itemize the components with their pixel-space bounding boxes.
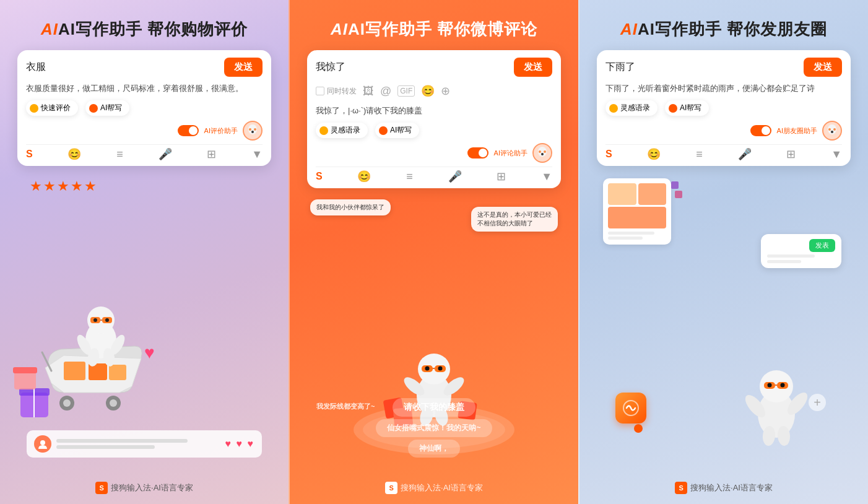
ai-toggle-2[interactable]: AI评论助手 xyxy=(467,147,527,159)
ai-write-btn-2[interactable]: AI帮写 xyxy=(375,123,419,138)
scene-svg-1: ♥ xyxy=(11,290,184,451)
mic-key-3[interactable]: 🎤 xyxy=(738,147,752,161)
quick-review-btn[interactable]: 快速评价 xyxy=(26,100,78,116)
hearts-1: ♥ ♥ ♥ xyxy=(225,438,254,450)
panel-weibo: AIAI写作助手 帮你微博评论 我惊了 发送 同时转发 🖼 @ GIF 😊 ⊕ … xyxy=(289,0,578,504)
svg-point-2 xyxy=(254,128,256,131)
send-button-2[interactable]: 发送 xyxy=(514,58,552,77)
ai-label-1: AI xyxy=(41,20,58,38)
down-key-1[interactable]: ▼ xyxy=(251,148,263,161)
mic-key-1[interactable]: 🎤 xyxy=(158,147,172,161)
mascot-avatar-2 xyxy=(532,143,552,163)
checkbox-1[interactable] xyxy=(316,87,324,95)
emoji-key-1[interactable]: 😊 xyxy=(67,147,81,161)
toggle-oval-3[interactable] xyxy=(750,125,771,136)
grid-key-2[interactable]: ⊞ xyxy=(497,170,506,183)
svg-rect-13 xyxy=(64,362,85,380)
chat-bubble-left: 我和我的小伙伴都惊呆了 xyxy=(310,199,391,215)
ai-write-icon-3 xyxy=(669,104,677,113)
app-icon-3 xyxy=(615,393,646,424)
input-card-3: 下雨了 发送 下雨了，光听着窗外时紧时疏的雨声，便满心都会贮足了诗 灵感语录 A… xyxy=(597,50,851,166)
input-value-3[interactable]: 下雨了 xyxy=(605,61,804,74)
svg-point-30 xyxy=(539,150,541,153)
input-card-1: 衣服 发送 衣服质量很好，做工精细，尺码标准，穿着很舒服，很满意。 快速评价 A… xyxy=(17,50,271,166)
ribbon-3: 神仙啊， xyxy=(408,440,460,458)
ai-write-btn-1[interactable]: AI帮写 xyxy=(85,100,129,116)
inspiration-btn-2[interactable]: 灵感语录 xyxy=(316,123,368,138)
footer-3: S 搜狗输入法·AI语言专家 xyxy=(579,482,868,494)
ai-write-btn-3[interactable]: AI帮写 xyxy=(665,100,709,116)
svg-point-43 xyxy=(425,367,430,371)
down-key-3[interactable]: ▼ xyxy=(831,148,842,161)
menu-key-1[interactable]: ≡ xyxy=(116,148,123,161)
grid-key-3[interactable]: ⊞ xyxy=(786,147,796,161)
stars-1: ★★★★★ xyxy=(30,178,98,194)
content-text-3: 下雨了，光听着窗外时紧时疏的雨声，便满心都会贮足了诗 xyxy=(605,82,842,95)
repost-checkbox[interactable]: 同时转发 xyxy=(316,86,357,97)
review-lines xyxy=(56,439,220,449)
svg-point-59 xyxy=(768,383,772,388)
grid-key-1[interactable]: ⊞ xyxy=(207,147,216,161)
mascot-avatar-3 xyxy=(822,121,842,141)
toggle-row-1: AI评价助手 xyxy=(26,121,263,141)
post-card-3: 发表 xyxy=(761,234,841,268)
keyboard-row-1: S 😊 ≡ 🎤 ⊞ ▼ xyxy=(26,144,263,161)
emoji-icon-2[interactable]: 😊 xyxy=(421,84,435,98)
svg-point-10 xyxy=(63,399,71,407)
plus-icon[interactable]: ⊕ xyxy=(441,84,450,98)
mic-key-2[interactable]: 🎤 xyxy=(448,170,462,183)
toggle-row-2: AI评论助手 xyxy=(316,143,552,163)
menu-key-2[interactable]: ≡ xyxy=(406,170,413,183)
panel-2-title: AIAI写作助手 帮你微博评论 xyxy=(331,20,537,39)
input-value-1[interactable]: 衣服 xyxy=(26,61,224,74)
footer-2: S 搜狗输入法·AI语言专家 xyxy=(290,482,578,494)
feature-buttons-1: 快速评价 AI帮写 xyxy=(26,100,263,116)
orange-dot-deco xyxy=(634,424,643,433)
svg-point-28 xyxy=(40,440,45,445)
mascot-area-3: 发表 + xyxy=(597,172,851,492)
inspiration-btn-3[interactable]: 灵感语录 xyxy=(605,100,658,116)
sogou-logo-3: S xyxy=(675,482,687,494)
sogou-key-3: S xyxy=(605,149,612,160)
svg-point-1 xyxy=(249,128,251,131)
input-card-2: 我惊了 发送 同时转发 🖼 @ GIF 😊 ⊕ 我惊了，|·ω·`)请收下我的膝… xyxy=(307,50,561,188)
weibo-icons-row: 同时转发 🖼 @ GIF 😊 ⊕ xyxy=(316,82,552,100)
send-button-3[interactable]: 发送 xyxy=(804,58,842,77)
svg-point-3 xyxy=(251,131,254,133)
image-icon[interactable]: 🖼 xyxy=(363,85,374,98)
inspiration-icon-3 xyxy=(609,104,618,113)
emoji-key-2[interactable]: 😊 xyxy=(357,170,371,183)
ai-write-icon-2 xyxy=(379,126,388,135)
send-button-1[interactable]: 发送 xyxy=(224,58,263,77)
footer-1: S 搜狗输入法·AI语言专家 xyxy=(0,482,289,494)
down-key-2[interactable]: ▼ xyxy=(541,170,552,183)
svg-text:♥: ♥ xyxy=(144,343,155,362)
svg-rect-15 xyxy=(109,365,126,380)
content-text-2: 我惊了，|·ω·`)请收下我的膝盖 xyxy=(316,104,552,118)
chat-bubble-right: 这不是真的，本小可爱已经不相信我的大眼睛了 xyxy=(471,207,558,232)
ai-toggle-1[interactable]: AI评价助手 xyxy=(178,125,238,136)
feature-buttons-3: 灵感语录 AI帮写 xyxy=(605,100,842,116)
input-value-2[interactable]: 我惊了 xyxy=(316,61,514,74)
inspiration-icon xyxy=(319,126,328,135)
panel-1-title: AIAI写作助手 帮你购物评价 xyxy=(41,20,248,39)
keyboard-row-2: S 😊 ≡ 🎤 ⊞ ▼ xyxy=(316,167,552,183)
gif-icon[interactable]: GIF xyxy=(397,85,415,97)
menu-key-3[interactable]: ≡ xyxy=(696,148,703,161)
toggle-oval-2[interactable] xyxy=(467,147,488,159)
ai-toggle-3[interactable]: AI朋友圈助手 xyxy=(750,125,817,136)
at-icon[interactable]: @ xyxy=(380,85,391,98)
panel-moments: AIAI写作助手 帮你发朋友圈 下雨了 发送 下雨了，光听着窗外时紧时疏的雨声，… xyxy=(578,0,868,504)
keyboard-row-3: S 😊 ≡ 🎤 ⊞ ▼ xyxy=(605,144,842,161)
mascot-area-2: 我和我的小伙伴都惊呆了 这不是真的，本小可爱已经不相信我的大眼睛了 请收下我的膝… xyxy=(307,194,561,492)
toggle-oval-1[interactable] xyxy=(178,125,199,136)
toggle-row-3: AI朋友圈助手 xyxy=(605,121,842,141)
ai-write-icon xyxy=(89,104,98,113)
svg-point-32 xyxy=(541,153,544,155)
sogou-logo-2: S xyxy=(385,482,397,494)
send-post-btn[interactable]: 发表 xyxy=(809,239,835,252)
svg-rect-8 xyxy=(13,367,37,373)
panel-3-title: AIAI写作助手 帮你发朋友圈 xyxy=(620,20,827,39)
emoji-key-3[interactable]: 😊 xyxy=(647,147,661,161)
svg-point-60 xyxy=(781,383,785,388)
